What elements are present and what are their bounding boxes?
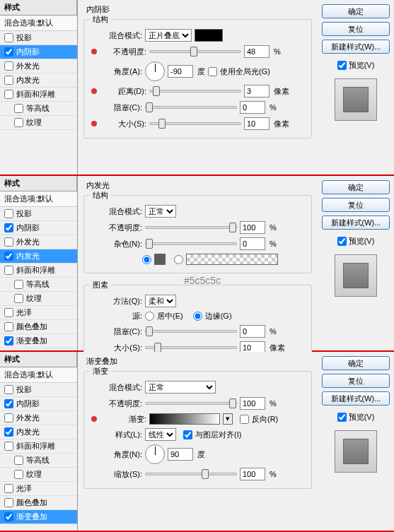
- sidebar-item-texture[interactable]: 纹理: [0, 292, 77, 306]
- sidebar-item-bevel[interactable]: 斜面和浮雕: [0, 88, 77, 102]
- sidebar-item-outerglow[interactable]: 外发光: [0, 59, 77, 73]
- size-input[interactable]: [244, 117, 270, 130]
- checkbox[interactable]: [14, 118, 23, 127]
- opacity-slider[interactable]: [145, 226, 237, 229]
- blend-options[interactable]: 混合选项:默认: [0, 367, 77, 383]
- checkbox[interactable]: [4, 308, 13, 317]
- sidebar-item-outerglow[interactable]: 外发光: [0, 235, 77, 249]
- sidebar-item-bevel[interactable]: 斜面和浮雕: [0, 264, 77, 278]
- gradient-radio[interactable]: [174, 255, 183, 264]
- ok-button[interactable]: 确定: [322, 356, 390, 370]
- sidebar-item-texture[interactable]: 纹理: [0, 116, 77, 130]
- source-center-radio[interactable]: [145, 312, 154, 321]
- checkbox[interactable]: [4, 427, 13, 437]
- opacity-input[interactable]: [240, 397, 265, 410]
- sidebar-item-texture[interactable]: 纹理: [0, 468, 77, 482]
- sidebar-item-gradoverlay[interactable]: 渐变叠加: [0, 334, 77, 348]
- checkbox[interactable]: [4, 484, 13, 493]
- checkbox[interactable]: [4, 76, 13, 85]
- blend-options[interactable]: 混合选项:默认: [0, 191, 77, 207]
- choke-input[interactable]: [240, 325, 265, 338]
- reverse-checkbox[interactable]: [240, 415, 249, 424]
- choke-slider[interactable]: [145, 330, 237, 333]
- checkbox[interactable]: [4, 209, 13, 218]
- checkbox[interactable]: [4, 336, 13, 345]
- checkbox[interactable]: [14, 456, 23, 465]
- checkbox[interactable]: [4, 413, 13, 422]
- ok-button[interactable]: 确定: [322, 4, 390, 18]
- checkbox[interactable]: [4, 385, 13, 394]
- noise-input[interactable]: [240, 237, 265, 250]
- sidebar-item-coloroverlay[interactable]: 颜色叠加: [0, 496, 77, 510]
- sidebar-item-contour[interactable]: 等高线: [0, 278, 77, 292]
- checkbox[interactable]: [4, 223, 13, 232]
- angle-input[interactable]: [168, 448, 193, 461]
- sidebar-item-dropshadow[interactable]: 投影: [0, 383, 77, 397]
- sidebar-item-innershadow[interactable]: 内阴影: [0, 45, 77, 59]
- style-select[interactable]: 线性: [145, 428, 176, 441]
- sidebar-item-coloroverlay[interactable]: 颜色叠加: [0, 320, 77, 334]
- noise-slider[interactable]: [145, 242, 237, 245]
- source-edge-radio[interactable]: [193, 312, 202, 321]
- choke-input[interactable]: [240, 101, 265, 114]
- checkbox[interactable]: [4, 399, 13, 408]
- size-slider[interactable]: [149, 122, 241, 125]
- blendmode-select[interactable]: 正常: [145, 205, 176, 218]
- blend-options[interactable]: 混合选项:默认: [0, 16, 77, 31]
- sidebar-item-innerglow[interactable]: 内发光: [0, 73, 77, 88]
- sidebar-item-innerglow[interactable]: 内发光: [0, 425, 77, 439]
- preview-checkbox[interactable]: [337, 237, 347, 246]
- size-slider[interactable]: [145, 346, 237, 349]
- color-swatch[interactable]: [195, 29, 223, 42]
- checkbox[interactable]: [4, 512, 13, 521]
- technique-select[interactable]: 柔和: [145, 295, 176, 307]
- opacity-input[interactable]: [240, 221, 265, 234]
- sidebar-item-dropshadow[interactable]: 投影: [0, 207, 77, 221]
- angle-input[interactable]: [168, 65, 193, 78]
- checkbox[interactable]: [4, 33, 13, 42]
- newstyle-button[interactable]: 新建样式(W)...: [322, 215, 390, 230]
- sidebar-item-dropshadow[interactable]: 投影: [0, 31, 77, 45]
- opacity-slider[interactable]: [145, 402, 237, 405]
- sidebar-item-innerglow[interactable]: 内发光: [0, 249, 77, 264]
- dropdown-icon[interactable]: ▾: [223, 413, 233, 425]
- global-light-checkbox[interactable]: [208, 67, 217, 76]
- newstyle-button[interactable]: 新建样式(W)...: [322, 40, 390, 54]
- angle-dial[interactable]: [145, 61, 165, 81]
- angle-dial[interactable]: [145, 444, 165, 464]
- ok-button[interactable]: 确定: [322, 180, 390, 194]
- sidebar-item-satin[interactable]: 光泽: [0, 306, 77, 320]
- checkbox[interactable]: [4, 266, 13, 275]
- reset-button[interactable]: 复位: [322, 374, 390, 388]
- checkbox[interactable]: [4, 442, 13, 451]
- sidebar-item-innershadow[interactable]: 内阴影: [0, 397, 77, 411]
- gradient-picker[interactable]: [149, 413, 220, 425]
- choke-slider[interactable]: [145, 106, 237, 109]
- opacity-slider[interactable]: [149, 50, 241, 53]
- align-checkbox[interactable]: [183, 430, 192, 439]
- distance-input[interactable]: [244, 85, 270, 97]
- color-swatch[interactable]: [154, 254, 166, 265]
- checkbox[interactable]: [4, 237, 13, 247]
- checkbox[interactable]: [4, 322, 13, 331]
- sidebar-item-contour[interactable]: 等高线: [0, 102, 77, 116]
- checkbox[interactable]: [14, 470, 23, 479]
- checkbox[interactable]: [4, 498, 13, 507]
- checkbox[interactable]: [4, 61, 13, 71]
- blendmode-select[interactable]: 正常: [145, 381, 216, 394]
- checkbox[interactable]: [14, 280, 23, 289]
- preview-checkbox[interactable]: [337, 413, 347, 422]
- sidebar-item-bevel[interactable]: 斜面和浮雕: [0, 439, 77, 454]
- reset-button[interactable]: 复位: [322, 22, 390, 36]
- color-radio[interactable]: [142, 255, 151, 264]
- checkbox[interactable]: [14, 294, 23, 303]
- gradient-swatch[interactable]: [186, 254, 278, 265]
- scale-slider[interactable]: [145, 473, 237, 475]
- newstyle-button[interactable]: 新建样式(W)...: [322, 391, 390, 406]
- preview-checkbox[interactable]: [337, 61, 347, 70]
- checkbox[interactable]: [4, 90, 13, 99]
- reset-button[interactable]: 复位: [322, 198, 390, 212]
- sidebar-item-satin[interactable]: 光泽: [0, 482, 77, 496]
- sidebar-item-contour[interactable]: 等高线: [0, 454, 77, 468]
- checkbox[interactable]: [4, 47, 13, 57]
